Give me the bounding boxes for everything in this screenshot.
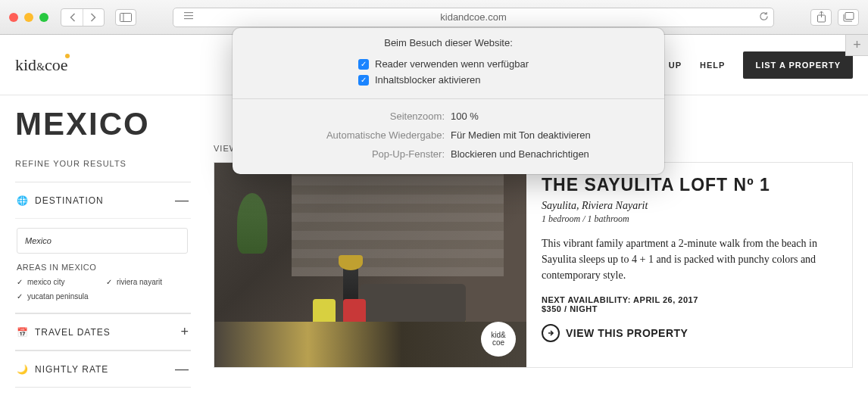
svg-rect-6 [845,13,854,20]
listing-description: This vibrant family apartment a 2-minute… [542,235,837,283]
area-checkbox[interactable]: ✓riviera nayarit [106,278,189,286]
filter-destination-body: AREAS IN MEXICO ✓mexico city ✓riviera na… [15,218,191,313]
svg-rect-4 [184,18,193,19]
filter-travel-dates-label: TRAVEL DATES [35,327,111,338]
filter-nightly-rate-head[interactable]: 🌙NIGHTLY RATE — [15,351,191,387]
check-icon: ✓ [17,292,23,301]
tabs-button[interactable] [838,9,859,26]
new-tab-button[interactable]: + [845,35,868,56]
close-window-button[interactable] [9,13,18,22]
logo[interactable]: kid& coe [15,55,68,75]
popover-title: Beim Besuch dieser Website: [248,37,649,48]
listing-availability: NEXT AVAILABILITY: APRIL 26, 2017 [542,295,837,304]
view-property-label: VIEW THIS PROPERTY [566,327,688,339]
svg-rect-0 [120,13,132,21]
reader-label: Reader verwenden wenn verfügbar [375,58,529,70]
autoplay-value: Für Medien mit Ton deaktivieren [451,129,591,141]
address-bar[interactable]: kidandcoe.com [173,8,774,27]
filter-nightly-rate: 🌙NIGHTLY RATE — [15,350,191,388]
help-link[interactable]: HELP [700,61,725,70]
popup-row[interactable]: Pop-Up-Fenster: Blockieren und Benachric… [248,145,649,164]
filter-nightly-rate-label: NIGHTLY RATE [35,364,108,375]
popup-label: Pop-Up-Fenster: [248,148,451,160]
url-text: kidandcoe.com [440,11,506,23]
area-label: mexico city [27,278,64,286]
area-label: yucatan peninsula [27,292,89,301]
area-checkbox[interactable]: ✓yucatan peninsula [17,292,100,301]
contentblocker-label: Inhaltsblocker aktivieren [375,74,480,86]
svg-rect-2 [184,12,193,13]
site-settings-icon[interactable] [180,11,198,23]
check-icon: ✓ [17,278,23,286]
logo-part-2: coe [45,55,68,75]
popover-checks: ✓ Reader verwenden wenn verfügbar ✓ Inha… [248,56,649,88]
check-icon: ✓ [106,278,112,286]
listing-price: $350 / NIGHT [542,304,837,313]
zoom-label: Seitenzoom: [248,111,451,122]
filters-column: MEXICO REFINE YOUR RESULTS 🌐DESTINATION … [15,95,206,388]
logo-amp: & [36,61,45,73]
reader-checkbox-row[interactable]: ✓ Reader verwenden wenn verfügbar [358,56,649,72]
page-title: MEXICO [15,106,191,142]
listing-location: Sayulita, Riviera Nayarit [542,200,837,212]
reload-icon[interactable] [759,11,769,24]
areas-label: AREAS IN MEXICO [17,263,189,272]
svg-rect-3 [184,15,193,16]
checkbox-checked-icon: ✓ [358,59,369,70]
filter-travel-dates-head[interactable]: 📅TRAVEL DATES + [15,314,191,350]
listing-title: THE SAYULITA LOFT Nº 1 [542,175,837,195]
brand-badge-icon: kid& coe [481,322,516,357]
zoom-row[interactable]: Seitenzoom: 100 % [248,107,649,126]
sidebar-toggle-button[interactable] [115,9,136,26]
popup-value: Blockieren und Benachrichtigen [451,148,589,160]
back-button[interactable] [61,9,83,26]
globe-icon: 🌐 [17,195,29,206]
listing-card: kid& coe THE SAYULITA LOFT Nº 1 Sayulita… [214,162,853,368]
share-button[interactable] [810,9,832,26]
calendar-icon: 📅 [17,327,29,338]
autoplay-label: Automatische Wiedergabe: [248,129,451,141]
area-label: riviera nayarit [117,278,162,286]
arrow-right-icon [542,324,560,342]
site-settings-popover: Beim Besuch dieser Website: ✓ Reader ver… [233,28,664,174]
traffic-lights [9,13,48,22]
contentblocker-checkbox-row[interactable]: ✓ Inhaltsblocker aktivieren [358,72,649,88]
minimize-window-button[interactable] [24,13,33,22]
area-checkbox[interactable]: ✓mexico city [17,278,100,286]
destination-input[interactable] [17,228,188,254]
collapse-icon: — [175,361,189,377]
filter-destination: 🌐DESTINATION — AREAS IN MEXICO ✓mexico c… [15,182,191,313]
checkbox-checked-icon: ✓ [358,75,369,86]
forward-button[interactable] [83,9,104,26]
listing-info: THE SAYULITA LOFT Nº 1 Sayulita, Riviera… [526,163,852,367]
header-right: SIGN UP HELP LIST A PROPERTY [642,51,853,79]
areas-grid: ✓mexico city ✓riviera nayarit ✓yucatan p… [17,278,189,301]
listing-image[interactable]: kid& coe [214,163,526,367]
popover-bottom: Seitenzoom: 100 % Automatische Wiedergab… [233,99,664,174]
expand-icon: + [180,324,189,340]
filter-travel-dates: 📅TRAVEL DATES + [15,313,191,350]
logo-dot-icon [65,54,70,58]
collapse-icon: — [175,192,189,208]
logo-part-1: kid [15,55,36,75]
toolbar-right [810,9,859,26]
maximize-window-button[interactable] [39,13,48,22]
filter-destination-label: DESTINATION [35,195,104,206]
listing-rooms: 1 bedroom / 1 bathroom [542,213,837,225]
zoom-value: 100 % [451,111,479,122]
view-property-link[interactable]: VIEW THIS PROPERTY [542,324,837,342]
moon-icon: 🌙 [17,364,29,375]
filter-destination-head[interactable]: 🌐DESTINATION — [15,182,191,218]
autoplay-row[interactable]: Automatische Wiedergabe: Für Medien mit … [248,126,649,145]
list-property-button[interactable]: LIST A PROPERTY [743,51,853,79]
refine-label: REFINE YOUR RESULTS [15,159,191,168]
popover-top: Beim Besuch dieser Website: ✓ Reader ver… [233,28,664,99]
nav-buttons [61,8,105,26]
